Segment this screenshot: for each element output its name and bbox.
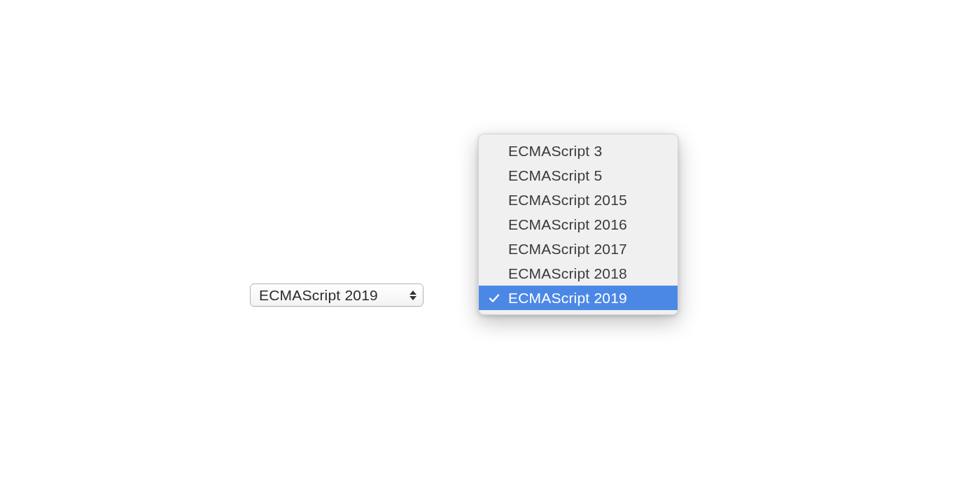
select-current-value: ECMAScript 2019	[259, 287, 378, 304]
dropdown-option-es2016[interactable]: ECMAScript 2016	[479, 212, 678, 237]
dropdown-option-label: ECMAScript 3	[508, 143, 602, 160]
dropdown-option-label: ECMAScript 2016	[508, 216, 627, 233]
stepper-icon	[407, 284, 419, 306]
check-icon	[489, 293, 500, 304]
dropdown-option-label: ECMAScript 2018	[508, 265, 627, 282]
dropdown-option-es5[interactable]: ECMAScript 5	[479, 163, 678, 188]
dropdown-option-label: ECMAScript 2019	[508, 290, 627, 307]
ecmascript-select[interactable]: ECMAScript 2019	[250, 284, 424, 307]
dropdown-option-es2017[interactable]: ECMAScript 2017	[479, 237, 678, 261]
dropdown-option-es2018[interactable]: ECMAScript 2018	[479, 261, 678, 286]
dropdown-option-label: ECMAScript 5	[508, 167, 602, 184]
dropdown-option-es2015[interactable]: ECMAScript 2015	[479, 188, 678, 212]
dropdown-option-es2019[interactable]: ECMAScript 2019	[479, 286, 678, 310]
dropdown-option-label: ECMAScript 2017	[508, 241, 627, 258]
dropdown-option-es3[interactable]: ECMAScript 3	[479, 139, 678, 163]
ecmascript-dropdown: ECMAScript 3 ECMAScript 5 ECMAScript 201…	[478, 134, 678, 315]
dropdown-option-label: ECMAScript 2015	[508, 192, 627, 209]
